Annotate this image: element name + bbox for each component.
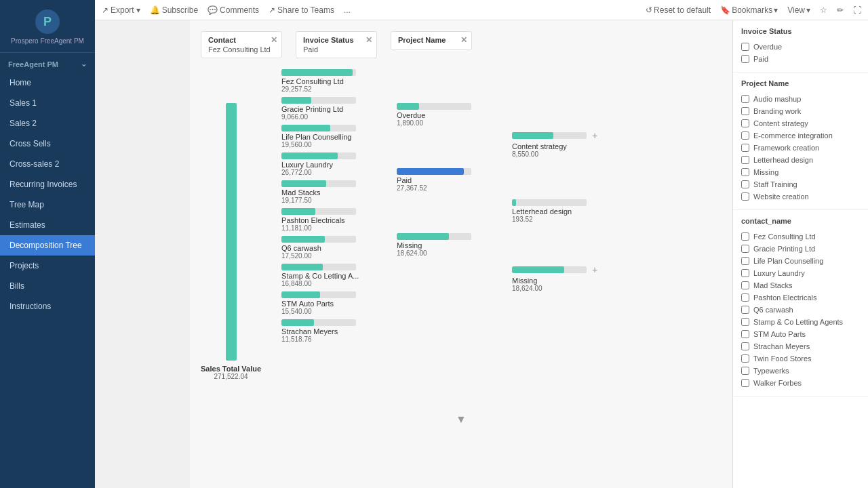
sidebar-item-sales-1[interactable]: Sales 1 — [0, 93, 95, 113]
contact-name-checkbox[interactable] — [741, 330, 749, 338]
contact-name-checkbox[interactable] — [741, 306, 749, 314]
export-dropdown-icon[interactable]: ▾ — [136, 5, 140, 15]
add-project-button[interactable]: + — [592, 130, 597, 141]
more-button[interactable]: ... — [344, 5, 351, 15]
contact-item[interactable]: STM Auto Parts 15,540.00 — [281, 291, 376, 315]
add-project-button[interactable]: + — [592, 264, 597, 275]
export-button[interactable]: ↗ Export ▾ — [102, 5, 140, 15]
contact-name-checkbox-row[interactable]: Fez Consulting Ltd — [741, 230, 860, 243]
project-name-checkbox[interactable] — [741, 156, 749, 164]
contact-name-checkbox[interactable] — [741, 293, 749, 302]
contact-name-checkbox[interactable] — [741, 342, 749, 350]
contact-name-checkbox-row[interactable]: Strachan Meyers — [741, 340, 860, 352]
project-item[interactable]: + Content strategy 8,550.00 — [512, 130, 607, 158]
sidebar-item-tree-map[interactable]: Tree Map — [0, 195, 95, 215]
project-name-checkbox-row[interactable]: Missing — [741, 166, 860, 178]
contact-name-checkbox-row[interactable]: Twin Food Stores — [741, 352, 860, 365]
sidebar-item-instructions[interactable]: Instructions — [0, 296, 95, 317]
project-name-checkbox[interactable] — [741, 95, 749, 103]
sidebar-item-cross-sells[interactable]: Cross Sells — [0, 134, 95, 154]
project-name-filter-close[interactable]: ✕ — [460, 35, 467, 45]
sidebar-item-cross-sales-2[interactable]: Cross-sales 2 — [0, 154, 95, 174]
contact-name-checkbox-row[interactable]: Q6 carwash — [741, 304, 860, 316]
sidebar-item-decomposition-tree[interactable]: Decomposition Tree — [0, 235, 95, 256]
contact-name-checkbox-row[interactable]: Gracie Printing Ltd — [741, 243, 860, 255]
invoice-status-checkbox[interactable] — [741, 43, 749, 51]
reset-button[interactable]: ↺ Reset to default — [646, 5, 711, 15]
contact-item[interactable]: Stamp & Co Letting A... 16,848.00 — [281, 264, 376, 287]
project-name-checkbox[interactable] — [741, 180, 749, 188]
project-name-checkbox-row[interactable]: Framework creation — [741, 142, 860, 154]
comments-button[interactable]: 💬 Comments — [208, 5, 259, 15]
contact-item[interactable]: Fez Consulting Ltd 29,257.52 — [281, 69, 376, 93]
sidebar-collapse-icon[interactable]: ⌄ — [81, 60, 87, 68]
contact-item[interactable]: Pashton Electricals 11,181.00 — [281, 208, 376, 232]
sidebar-item-recurring-invoices[interactable]: Recurring Invoices — [0, 174, 95, 195]
contact-name-checkbox-row[interactable]: Mad Stacks — [741, 279, 860, 291]
contact-item[interactable]: Strachan Meyers 11,518.76 — [281, 319, 376, 343]
project-item[interactable]: + Missing 18,624.00 — [512, 264, 607, 292]
project-name-checkbox[interactable] — [741, 131, 749, 140]
invoice-status-filter[interactable]: Invoice Status ✕ Paid — [296, 31, 377, 58]
project-name-checkbox-row[interactable]: Branding work — [741, 105, 860, 117]
invoice-status-checkbox[interactable] — [741, 55, 749, 63]
contact-name-checkbox[interactable] — [741, 281, 749, 289]
contact-name-checkbox-row[interactable]: Pashton Electricals — [741, 291, 860, 304]
project-name-checkbox[interactable] — [741, 192, 749, 201]
project-name-checkbox-row[interactable]: Letterhead design — [741, 154, 860, 166]
sidebar-item-bills[interactable]: Bills — [0, 276, 95, 296]
bookmarks-button[interactable]: 🔖 Bookmarks ▾ — [720, 5, 778, 15]
contact-filter[interactable]: Contact ✕ Fez Consulting Ltd — [201, 31, 282, 58]
subscribe-button[interactable]: 🔔 Subscribe — [150, 5, 198, 15]
invoice-status-item[interactable]: Paid 27,367.52 — [397, 168, 492, 192]
invoice-status-checkbox-row[interactable]: Paid — [741, 53, 860, 65]
contact-name-checkbox[interactable] — [741, 367, 749, 375]
project-name-checkbox-row[interactable]: Content strategy — [741, 117, 860, 129]
sidebar-item-projects[interactable]: Projects — [0, 256, 95, 276]
sidebar-item-sales-2[interactable]: Sales 2 — [0, 113, 95, 134]
project-name-checkbox-row[interactable]: Staff Training — [741, 178, 860, 190]
project-item[interactable]: Letterhead design 193.52 — [512, 199, 607, 223]
contact-name-checkbox[interactable] — [741, 354, 749, 363]
project-name-checkbox[interactable] — [741, 119, 749, 127]
contact-name-checkbox[interactable] — [741, 245, 749, 253]
contact-name-checkbox-row[interactable]: Typewerks — [741, 365, 860, 377]
project-name-filter[interactable]: Project Name ✕ — [391, 31, 472, 50]
view-button[interactable]: View ▾ — [787, 5, 810, 15]
edit-button[interactable]: ✏ — [837, 5, 844, 15]
contact-name-checkbox[interactable] — [741, 318, 749, 326]
contact-filter-close[interactable]: ✕ — [271, 35, 277, 45]
contact-item[interactable]: Mad Stacks 19,177.50 — [281, 180, 376, 204]
project-name-checkbox[interactable] — [741, 168, 749, 176]
view-dropdown-icon[interactable]: ▾ — [806, 5, 810, 15]
project-name-checkbox[interactable] — [741, 144, 749, 152]
invoice-status-item[interactable]: Overdue 1,890.00 — [397, 103, 492, 127]
invoice-status-item[interactable]: Missing 18,624.00 — [397, 233, 492, 257]
bookmarks-dropdown-icon[interactable]: ▾ — [774, 5, 778, 15]
contact-name-checkbox[interactable] — [741, 379, 749, 387]
share-button[interactable]: ↗ Share to Teams — [269, 5, 334, 15]
sidebar-item-home[interactable]: Home — [0, 73, 95, 93]
fullscreen-button[interactable]: ⛶ — [853, 5, 861, 15]
project-name-checkbox-row[interactable]: Audio mashup — [741, 93, 860, 105]
contact-item[interactable]: Gracie Printing Ltd 9,066.00 — [281, 97, 376, 121]
project-name-checkbox-row[interactable]: E-commerce integration — [741, 129, 860, 142]
invoice-status-checkbox-row[interactable]: Overdue — [741, 41, 860, 53]
invoice-status-filter-close[interactable]: ✕ — [366, 35, 372, 45]
contact-name-checkbox-row[interactable]: Life Plan Counselling — [741, 255, 860, 267]
project-name-checkbox[interactable] — [741, 107, 749, 115]
contact-name-checkbox[interactable] — [741, 232, 749, 241]
project-name-checkbox-row[interactable]: Website creation — [741, 190, 860, 203]
sidebar-item-estimates[interactable]: Estimates — [0, 215, 95, 235]
contact-name-checkbox-row[interactable]: Luxury Laundry — [741, 267, 860, 279]
contact-name-checkbox[interactable] — [741, 269, 749, 277]
contact-item[interactable]: Life Plan Counselling 19,560.00 — [281, 125, 376, 148]
scroll-down-button[interactable]: ▼ — [201, 408, 722, 431]
contact-name-checkbox[interactable] — [741, 257, 749, 265]
contact-item[interactable]: Luxury Laundry 26,772.00 — [281, 152, 376, 176]
contact-name-checkbox-row[interactable]: Walker Forbes — [741, 377, 860, 389]
contact-name-checkbox-row[interactable]: Stamp & Co Letting Agents — [741, 316, 860, 328]
star-button[interactable]: ☆ — [820, 5, 827, 15]
contact-item[interactable]: Q6 carwash 17,520.00 — [281, 236, 376, 260]
contact-name-checkbox-row[interactable]: STM Auto Parts — [741, 328, 860, 340]
